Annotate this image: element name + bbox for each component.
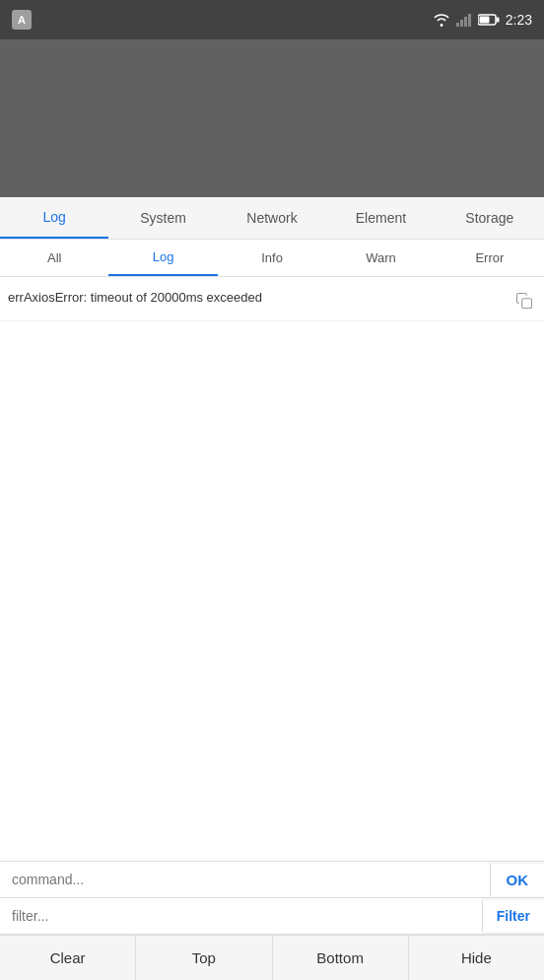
- top-button[interactable]: Top: [136, 936, 272, 980]
- status-bar: A 2:23: [0, 0, 544, 39]
- filter-input[interactable]: [0, 898, 482, 934]
- subtab-info[interactable]: Info: [218, 240, 326, 276]
- ok-button[interactable]: OK: [490, 864, 545, 896]
- preview-area: [0, 39, 544, 197]
- main-tabs: Log System Network Element Storage: [0, 197, 544, 240]
- time-display: 2:23: [506, 12, 532, 28]
- log-content: errAxiosError: timeout of 20000ms exceed…: [0, 277, 544, 861]
- bottom-button[interactable]: Bottom: [273, 936, 409, 980]
- svg-rect-5: [496, 18, 499, 23]
- status-bar-left: A: [12, 10, 32, 30]
- tab-network[interactable]: Network: [218, 197, 326, 239]
- svg-rect-7: [522, 299, 532, 309]
- svg-rect-1: [460, 20, 463, 27]
- signal-icon: [456, 13, 472, 27]
- subtab-log[interactable]: Log: [108, 240, 217, 276]
- svg-rect-2: [464, 17, 467, 27]
- copy-icon[interactable]: [512, 289, 536, 313]
- hide-button[interactable]: Hide: [409, 936, 544, 980]
- bottom-bar: Clear Top Bottom Hide: [0, 935, 544, 980]
- svg-rect-6: [479, 17, 489, 24]
- app-icon: A: [12, 10, 32, 30]
- subtab-error[interactable]: Error: [436, 240, 544, 276]
- sub-tabs: All Log Info Warn Error: [0, 240, 544, 277]
- command-row: OK: [0, 862, 544, 898]
- filter-button[interactable]: Filter: [482, 900, 544, 932]
- filter-row: Filter: [0, 898, 544, 935]
- status-bar-right: 2:23: [433, 12, 532, 28]
- command-input[interactable]: [0, 862, 490, 897]
- tab-storage[interactable]: Storage: [436, 197, 544, 239]
- log-entry-text: errAxiosError: timeout of 20000ms exceed…: [8, 289, 512, 307]
- subtab-all[interactable]: All: [0, 240, 108, 276]
- subtab-warn[interactable]: Warn: [326, 240, 435, 276]
- battery-icon: [478, 13, 500, 27]
- wifi-icon: [433, 13, 450, 27]
- tab-log[interactable]: Log: [0, 197, 108, 239]
- input-area: OK Filter: [0, 861, 544, 935]
- tab-element[interactable]: Element: [326, 197, 435, 239]
- svg-rect-3: [468, 14, 471, 27]
- clear-button[interactable]: Clear: [0, 936, 136, 980]
- log-entry: errAxiosError: timeout of 20000ms exceed…: [0, 281, 544, 321]
- svg-rect-0: [456, 23, 459, 27]
- tab-system[interactable]: System: [108, 197, 217, 239]
